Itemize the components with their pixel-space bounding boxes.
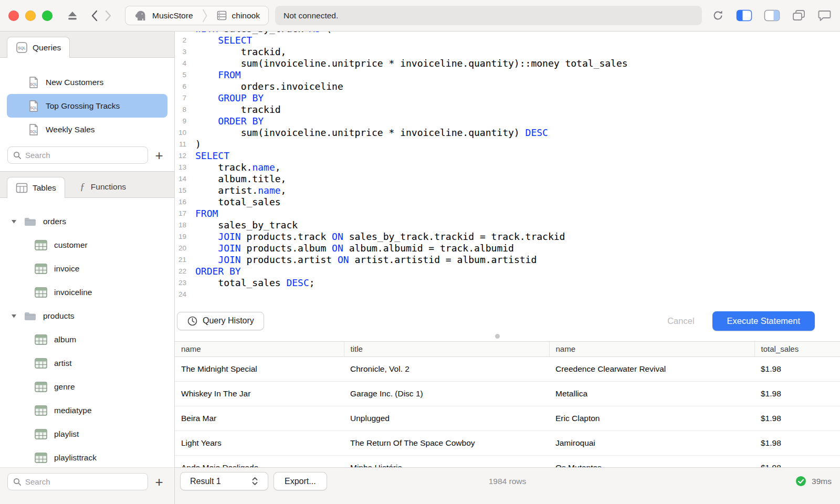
feedback-button[interactable] — [817, 9, 832, 22]
query-item[interactable]: SQLNew Customers — [7, 70, 167, 94]
svg-text:SQL: SQL — [30, 106, 37, 110]
code-line: 5 FROM — [175, 69, 840, 81]
tab-functions[interactable]: ƒ Functions — [71, 176, 133, 197]
code-line: 4 sum(invoiceline.unitprice * invoicelin… — [175, 58, 840, 69]
line-number: 5 — [175, 69, 195, 81]
table-icon — [35, 429, 47, 439]
code-line: 8 trackid — [175, 104, 840, 116]
queries-panel: SQLNew CustomersSQLTop Grossing TracksSQ… — [0, 58, 174, 172]
tables-search-box — [7, 473, 148, 490]
results-row[interactable]: The Midnight SpecialChronicle, Vol. 2Cre… — [175, 356, 840, 381]
back-button[interactable] — [90, 9, 99, 22]
table-item[interactable]: album — [0, 328, 174, 351]
results-column-header[interactable]: title — [344, 342, 549, 356]
breadcrumb: MusicStore chinook — [125, 6, 269, 25]
queries-search-row: + — [0, 142, 174, 171]
breadcrumb-database[interactable]: chinook — [208, 6, 268, 25]
code-text: orders.invoiceline — [195, 81, 343, 92]
results-column-header[interactable]: name — [549, 342, 754, 356]
sql-editor[interactable]: 1WITH sales_by_track AS (2 SELECT3 track… — [175, 32, 840, 304]
table-item[interactable]: genre — [0, 375, 174, 398]
results-row[interactable]: Whiskey In The JarGarage Inc. (Disc 1)Me… — [175, 381, 840, 406]
code-text: sum(invoiceline.unitprice * invoiceline.… — [195, 58, 628, 69]
cancel-button[interactable]: Cancel — [662, 312, 699, 330]
results-row[interactable]: Ando Meio DesligadoMinha HistóriaOs Muta… — [175, 455, 840, 467]
results-cell: Os Mutantes — [549, 455, 754, 467]
main-content: 1WITH sales_by_track AS (2 SELECT3 track… — [175, 32, 840, 504]
table-item[interactable]: mediatype — [0, 398, 174, 422]
schema-folder-item[interactable]: products — [0, 304, 174, 328]
right-panel-toggle-icon — [764, 9, 780, 22]
table-item[interactable]: playlist — [0, 422, 174, 446]
table-icon — [35, 358, 47, 369]
code-line: 20 JOIN products.album ON album.albumid … — [175, 243, 840, 254]
zoom-icon[interactable] — [42, 10, 52, 21]
queries-search-input[interactable] — [25, 151, 142, 160]
tables-tree: orderscustomerinvoiceinvoicelineproducts… — [0, 198, 174, 501]
results-table: nametitlenametotal_sales The Midnight Sp… — [175, 342, 840, 467]
toggle-right-panel-button[interactable] — [764, 9, 780, 22]
line-number: 16 — [175, 196, 195, 208]
windows-button[interactable] — [792, 9, 806, 22]
query-item[interactable]: SQLTop Grossing Tracks — [7, 94, 167, 118]
results-row[interactable]: Light YearsThe Return Of The Space Cowbo… — [175, 430, 840, 455]
sql-document-icon: SQL — [28, 123, 39, 136]
tables-search-row: + — [0, 469, 174, 498]
code-text: total_sales DESC; — [195, 277, 315, 289]
minimize-icon[interactable] — [25, 10, 36, 21]
execute-statement-button[interactable]: Execute Statement — [712, 311, 815, 331]
tab-queries[interactable]: SQL Queries — [7, 37, 70, 58]
server-name: MusicStore — [152, 11, 193, 20]
line-number: 2 — [175, 35, 195, 46]
line-number: 17 — [175, 208, 195, 219]
code-text: artist.name, — [195, 185, 286, 196]
svg-text:SQL: SQL — [30, 82, 37, 87]
table-item[interactable]: invoice — [0, 257, 174, 280]
queries-search-box — [7, 146, 148, 164]
line-number: 3 — [175, 46, 195, 58]
breadcrumb-server[interactable]: MusicStore — [125, 6, 202, 25]
results-cell: The Midnight Special — [175, 356, 344, 381]
table-item[interactable]: playlisttrack — [0, 446, 174, 469]
disclosure-triangle-icon[interactable] — [10, 312, 17, 319]
queries-tabstrip: SQL Queries — [0, 32, 174, 58]
pane-splitter-handle[interactable] — [495, 334, 500, 339]
table-item[interactable]: invoiceline — [0, 280, 174, 304]
tab-tables[interactable]: Tables — [7, 177, 65, 198]
results-cell: Unplugged — [344, 406, 549, 430]
results-column-header[interactable]: name — [175, 342, 344, 356]
table-label: invoiceline — [54, 288, 92, 297]
table-item[interactable]: customer — [0, 233, 174, 257]
tab-tables-label: Tables — [33, 183, 56, 193]
query-history-button[interactable]: Query History — [177, 312, 264, 330]
close-icon[interactable] — [8, 10, 19, 21]
connection-status: Not connected. — [275, 6, 702, 25]
results-row[interactable]: Beira MarUnpluggedEric Clapton$1.98 — [175, 406, 840, 430]
toggle-left-sidebar-button[interactable] — [736, 9, 752, 22]
code-text: SELECT — [195, 150, 229, 162]
line-number: 9 — [175, 116, 195, 127]
row-count: 1984 rows — [175, 477, 840, 486]
line-number: 14 — [175, 173, 195, 185]
code-line: 23 total_sales DESC; — [175, 277, 840, 289]
search-icon — [13, 151, 22, 160]
forward-button[interactable] — [104, 9, 112, 22]
sql-document-icon: SQL — [28, 76, 39, 89]
add-query-button[interactable]: + — [151, 148, 167, 163]
schema-folder-item[interactable]: orders — [0, 209, 174, 233]
results-cell: The Return Of The Space Cowboy — [344, 430, 549, 455]
eject-button[interactable] — [66, 10, 79, 22]
app-window: MusicStore chinook Not connected. — [0, 0, 840, 504]
execution-status: 39ms — [795, 475, 832, 487]
connection-status-text: Not connected. — [284, 11, 338, 20]
tables-search-input[interactable] — [25, 477, 142, 486]
table-icon — [35, 240, 47, 250]
refresh-button[interactable] — [711, 9, 724, 22]
results-column-header[interactable]: total_sales — [754, 342, 840, 356]
query-item[interactable]: SQLWeekly Sales — [7, 118, 167, 141]
add-table-button[interactable]: + — [151, 474, 167, 490]
disclosure-triangle-icon[interactable] — [10, 218, 17, 225]
table-label: genre — [54, 382, 75, 392]
table-item[interactable]: artist — [0, 351, 174, 375]
table-icon — [35, 287, 47, 298]
